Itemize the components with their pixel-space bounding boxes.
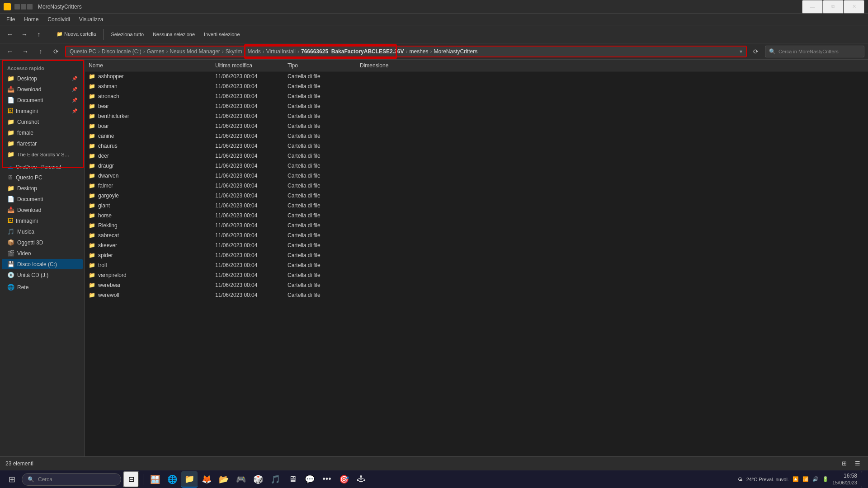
breadcrumb-bar[interactable]: Questo PC › Disco locale (C:) › Games › …	[65, 46, 747, 57]
show-desktop-button[interactable]	[861, 471, 864, 488]
sidebar-item-oggetti3d[interactable]: 📦 Oggetti 3D	[2, 237, 83, 248]
sidebar-item-drive-c[interactable]: 💾 Disco locale (C:)	[2, 259, 83, 269]
sidebar-item-video[interactable]: 🎬 Video	[2, 248, 83, 258]
table-row[interactable]: 📁 skeever 11/06/2023 00:04 Cartella di f…	[85, 240, 868, 250]
taskbar-app-chat[interactable]: 💬	[302, 471, 318, 488]
menu-file[interactable]: File	[2, 14, 19, 24]
sidebar-item-musica[interactable]: 🎵 Musica	[2, 226, 83, 237]
sidebar-item-documenti-quick[interactable]: 📄 Documenti 📌	[2, 95, 83, 105]
folder-icon: 📁	[7, 140, 14, 147]
sidebar-label: OneDrive - Personal	[16, 164, 61, 169]
sidebar-item-elder-scrolls[interactable]: 📁 The Elder Scrolls V Skyrim - Legenda	[2, 149, 83, 160]
table-row[interactable]: 📁 troll 11/06/2023 00:04 Cartella di fil…	[85, 260, 868, 270]
sidebar-item-network[interactable]: 🌐 Rete	[2, 282, 83, 292]
address-bar: ← → ↑ ⟳ Questo PC › Disco locale (C:) › …	[0, 43, 868, 60]
table-row[interactable]: 📁 horse 11/06/2023 00:04 Cartella di fil…	[85, 211, 868, 221]
menu-view[interactable]: Visualizza	[75, 14, 108, 24]
sidebar-item-drive-j[interactable]: 💿 Unità CD (J:)	[2, 270, 83, 280]
table-row[interactable]: 📁 vampirelord 11/06/2023 00:04 Cartella …	[85, 270, 868, 280]
file-modified: 11/06/2023 00:04	[215, 123, 288, 129]
sidebar-label: Documenti	[17, 97, 43, 103]
taskbar-app-explorer[interactable]: 📁	[181, 471, 198, 488]
forward-addr-button[interactable]: →	[19, 45, 32, 58]
taskbar-clock[interactable]: 16:58 15/06/2023	[832, 473, 857, 486]
toolbar: ← → ↑ 📁 Nuova cartella Seleziona tutto N…	[0, 25, 868, 43]
back-button[interactable]: ←	[4, 28, 16, 41]
table-row[interactable]: 📁 dwarven 11/06/2023 00:04 Cartella di f…	[85, 171, 868, 181]
search-container[interactable]: 🔍 Cerca in MoreNastyCritters	[765, 46, 864, 57]
file-name: ashman	[98, 83, 118, 89]
sidebar-item-cumshot[interactable]: 📁 Cumshot	[2, 117, 83, 127]
taskbar-app-edge[interactable]: 🌐	[164, 471, 180, 488]
sidebar-item-desktop-pc[interactable]: 📁 Desktop	[2, 183, 83, 193]
taskbar-search[interactable]: 🔍 Cerca	[22, 473, 121, 486]
taskbar-app-media[interactable]: 🎵	[267, 471, 283, 488]
invert-selection-button[interactable]: Inverti selezione	[200, 27, 244, 42]
sidebar-item-immagini-quick[interactable]: 🖼 Immagini 📌	[2, 106, 83, 116]
table-row[interactable]: 📁 benthiclurker 11/06/2023 00:04 Cartell…	[85, 111, 868, 121]
table-row[interactable]: 📁 spider 11/06/2023 00:04 Cartella di fi…	[85, 250, 868, 260]
table-row[interactable]: 📁 werewolf 11/06/2023 00:04 Cartella di …	[85, 290, 868, 300]
new-folder-button[interactable]: 📁 Nuova cartella	[53, 27, 99, 42]
file-name-cell: 📁 spider	[89, 252, 215, 258]
table-row[interactable]: 📁 gargoyle 11/06/2023 00:04 Cartella di …	[85, 191, 868, 201]
taskbar-app-start[interactable]: 🪟	[147, 471, 163, 488]
sidebar-item-onedrive[interactable]: ☁ OneDrive - Personal	[2, 161, 83, 172]
sidebar-item-desktop-quick[interactable]: 📁 Desktop 📌	[2, 73, 83, 84]
table-row[interactable]: 📁 atronach 11/06/2023 00:04 Cartella di …	[85, 91, 868, 101]
col-header-size[interactable]: Dimensione	[360, 62, 414, 69]
select-all-button[interactable]: Seleziona tutto	[107, 27, 147, 42]
taskbar-app-game3[interactable]: 🎯	[336, 471, 352, 488]
table-row[interactable]: 📁 sabrecat 11/06/2023 00:04 Cartella di …	[85, 230, 868, 240]
table-row[interactable]: 📁 chaurus 11/06/2023 00:04 Cartella di f…	[85, 141, 868, 151]
taskbar-app-game4[interactable]: 🕹	[353, 471, 369, 488]
menu-home[interactable]: Home	[19, 14, 43, 24]
col-header-type[interactable]: Tipo	[288, 62, 360, 69]
view-icons-button[interactable]: ⊞	[839, 459, 849, 469]
taskbar-app-folder2[interactable]: 📂	[216, 471, 232, 488]
table-row[interactable]: 📁 ashhopper 11/06/2023 00:04 Cartella di…	[85, 71, 868, 81]
no-selection-button[interactable]: Nessuna selezione	[149, 27, 198, 42]
taskbar-app-firefox[interactable]: 🦊	[198, 471, 215, 488]
table-row[interactable]: 📁 draugr 11/06/2023 00:04 Cartella di fi…	[85, 161, 868, 171]
taskbar-app-monitor[interactable]: 🖥	[284, 471, 301, 488]
taskbar-task-view[interactable]: ⊟	[123, 471, 139, 488]
sidebar-item-download-quick[interactable]: 📥 Download 📌	[2, 84, 83, 94]
back-addr-button[interactable]: ←	[4, 45, 16, 58]
table-row[interactable]: 📁 giant 11/06/2023 00:04 Cartella di fil…	[85, 201, 868, 211]
sidebar-item-download-pc[interactable]: 📥 Download	[2, 205, 83, 215]
folder-icon-sm: 📁	[89, 163, 95, 169]
breadcrumb-refresh-button[interactable]: ⟳	[750, 45, 762, 58]
start-button[interactable]: ⊞	[4, 471, 20, 488]
col-header-modified[interactable]: Ultima modifica	[215, 62, 288, 69]
maximize-button[interactable]: ⧉	[823, 0, 844, 14]
forward-button[interactable]: →	[18, 28, 31, 41]
table-row[interactable]: 📁 canine 11/06/2023 00:04 Cartella di fi…	[85, 131, 868, 141]
view-list-button[interactable]: ☰	[853, 459, 863, 469]
refresh-addr-button[interactable]: ⟳	[50, 45, 62, 58]
table-row[interactable]: 📁 deer 11/06/2023 00:04 Cartella di file	[85, 151, 868, 161]
sidebar-item-documenti-pc[interactable]: 📄 Documenti	[2, 194, 83, 204]
table-row[interactable]: 📁 ashman 11/06/2023 00:04 Cartella di fi…	[85, 81, 868, 91]
file-name: chaurus	[98, 143, 118, 149]
menu-share[interactable]: Condividi	[43, 14, 74, 24]
col-header-name[interactable]: Nome	[89, 62, 215, 69]
table-row[interactable]: 📁 Riekling 11/06/2023 00:04 Cartella di …	[85, 221, 868, 230]
taskbar-app-game2[interactable]: 🎲	[250, 471, 266, 488]
taskbar-app-game1[interactable]: 🎮	[233, 471, 249, 488]
table-row[interactable]: 📁 bear 11/06/2023 00:04 Cartella di file	[85, 101, 868, 111]
folder-icon-sm: 📁	[89, 212, 95, 219]
table-row[interactable]: 📁 boar 11/06/2023 00:04 Cartella di file	[85, 121, 868, 131]
close-button[interactable]: ✕	[844, 0, 864, 14]
up-button[interactable]: ↑	[33, 28, 45, 41]
minimize-button[interactable]: —	[802, 0, 823, 14]
up-addr-button[interactable]: ↑	[34, 45, 47, 58]
sidebar-item-flarestar[interactable]: 📁 flarestar	[2, 138, 83, 149]
file-name: deer	[98, 153, 109, 159]
sidebar-item-female[interactable]: 📁 female	[2, 127, 83, 138]
table-row[interactable]: 📁 werebear 11/06/2023 00:04 Cartella di …	[85, 280, 868, 290]
sidebar-item-immagini-pc[interactable]: 🖼 Immagini	[2, 216, 83, 226]
table-row[interactable]: 📁 falmer 11/06/2023 00:04 Cartella di fi…	[85, 181, 868, 191]
taskbar-app-more[interactable]: •••	[319, 471, 335, 488]
file-name: spider	[98, 252, 113, 258]
